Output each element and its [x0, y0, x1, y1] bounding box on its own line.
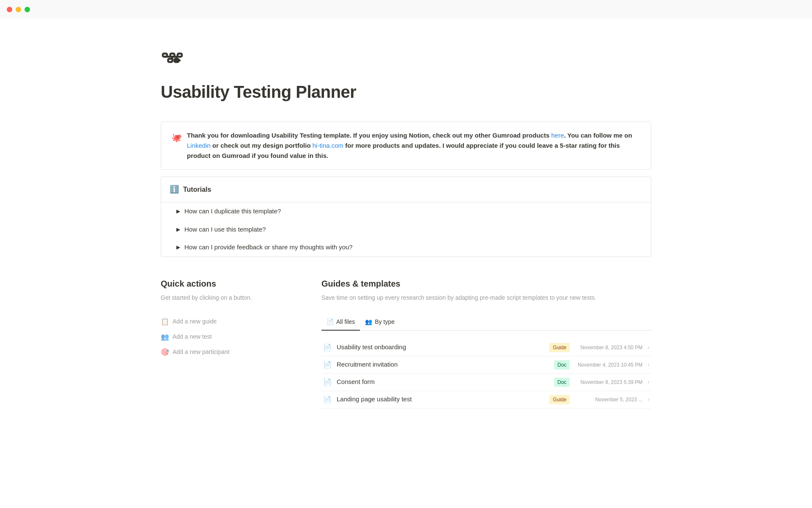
page-title: Usability Testing Planner — [161, 79, 651, 105]
tutorials-title: Tutorials — [183, 185, 211, 195]
tabs-row: 📄 All files 👥 By type — [321, 314, 651, 331]
guides-title: Guides & templates — [321, 277, 651, 290]
add-new-guide-button[interactable]: 📋 Add a new guide — [161, 314, 296, 329]
minimize-button[interactable] — [16, 7, 21, 12]
file-row-2[interactable]: 📄 Recruitment invitation Doc November 4,… — [321, 356, 651, 374]
file-tag-1: Guide — [549, 343, 570, 352]
add-participant-label: Add a new participant — [173, 348, 230, 356]
close-button[interactable] — [7, 7, 12, 12]
tab-by-type[interactable]: 👥 By type — [360, 314, 400, 331]
file-tag-4: Guide — [549, 395, 570, 404]
all-files-label: All files — [336, 318, 355, 326]
tutorial-item-1[interactable]: ▶ How can I duplicate this template? — [161, 202, 651, 221]
by-type-label: By type — [375, 318, 395, 326]
guides-subtitle: Save time on setting up every research s… — [321, 293, 651, 302]
file-icon-1: 📄 — [323, 342, 332, 353]
tutorial-label-1: How can I duplicate this template? — [184, 207, 281, 216]
file-date-3: November 8, 2023 5:39 PM — [575, 378, 642, 386]
add-new-test-button[interactable]: 👥 Add a new test — [161, 329, 296, 345]
info-box-text: Thank you for downloading Usability Test… — [187, 130, 641, 161]
info-icon: ℹ️ — [170, 184, 179, 195]
test-icon: 👥 — [161, 332, 169, 342]
quick-actions-title: Quick actions — [161, 277, 296, 290]
arrow-icon-2: ▶ — [176, 226, 180, 233]
chevron-icon-1: › — [647, 343, 650, 352]
tutorials-box: ℹ️ Tutorials ▶ How can I duplicate this … — [161, 177, 651, 257]
tutorial-label-2: How can I use this template? — [184, 225, 266, 235]
file-tag-3: Doc — [554, 378, 570, 387]
linkedin-link[interactable]: Linkedin — [187, 142, 211, 149]
guides-section: Guides & templates Save time on setting … — [321, 277, 651, 409]
file-row-4[interactable]: 📄 Landing page usability test Guide Nove… — [321, 391, 651, 409]
file-name-2: Recruitment invitation — [337, 360, 549, 370]
chevron-icon-4: › — [647, 395, 650, 404]
file-icon-4: 📄 — [323, 395, 332, 405]
participant-icon: 🎯 — [161, 347, 169, 357]
arrow-icon-3: ▶ — [176, 243, 180, 251]
file-date-2: November 4, 2023 10:45 PM — [575, 361, 642, 369]
files-table: 📄 Usability test onboarding Guide Novemb… — [321, 339, 651, 409]
tutorial-item-3[interactable]: ▶ How can I provide feedback or share my… — [161, 238, 651, 257]
here-link[interactable]: here — [551, 132, 564, 139]
add-new-participant-button[interactable]: 🎯 Add a new participant — [161, 345, 296, 360]
two-col-layout: Quick actions Get started by clicking on… — [161, 277, 651, 409]
file-date-4: November 5, 2023 ... — [575, 396, 642, 403]
guide-icon: 📋 — [161, 317, 169, 327]
quick-actions-subtitle: Get started by clicking on a button. — [161, 293, 296, 302]
title-bar — [0, 0, 812, 19]
file-row-3[interactable]: 📄 Consent form Doc November 8, 2023 5:39… — [321, 374, 651, 391]
add-test-label: Add a new test — [173, 332, 212, 341]
main-content: Usability Testing Planner 🐙 Thank you fo… — [110, 19, 702, 442]
page-icon — [161, 44, 651, 72]
quick-actions-section: Quick actions Get started by clicking on… — [161, 277, 296, 360]
tab-all-files[interactable]: 📄 All files — [321, 314, 360, 331]
file-name-1: Usability test onboarding — [337, 342, 544, 352]
info-box: 🐙 Thank you for downloading Usability Te… — [161, 121, 651, 170]
svg-rect-2 — [178, 54, 182, 57]
file-tag-2: Doc — [554, 360, 570, 370]
file-date-1: November 8, 2023 4:50 PM — [575, 344, 642, 351]
chevron-icon-3: › — [647, 378, 650, 387]
tutorial-item-2[interactable]: ▶ How can I use this template? — [161, 221, 651, 239]
by-type-icon: 👥 — [365, 318, 372, 326]
file-name-3: Consent form — [337, 377, 549, 387]
arrow-icon-1: ▶ — [176, 207, 180, 215]
tutorials-header: ℹ️ Tutorials — [161, 177, 651, 202]
portfolio-link[interactable]: hi-tina.com — [313, 142, 343, 149]
chevron-icon-2: › — [647, 360, 650, 369]
file-name-4: Landing page usability test — [337, 395, 544, 404]
add-guide-label: Add a new guide — [173, 317, 217, 326]
file-row-1[interactable]: 📄 Usability test onboarding Guide Novemb… — [321, 339, 651, 356]
info-avatar-icon: 🐙 — [171, 131, 182, 144]
maximize-button[interactable] — [25, 7, 30, 12]
tutorial-label-3: How can I provide feedback or share my t… — [184, 243, 353, 252]
file-icon-2: 📄 — [323, 360, 332, 370]
all-files-icon: 📄 — [326, 318, 334, 326]
file-icon-3: 📄 — [323, 377, 332, 387]
